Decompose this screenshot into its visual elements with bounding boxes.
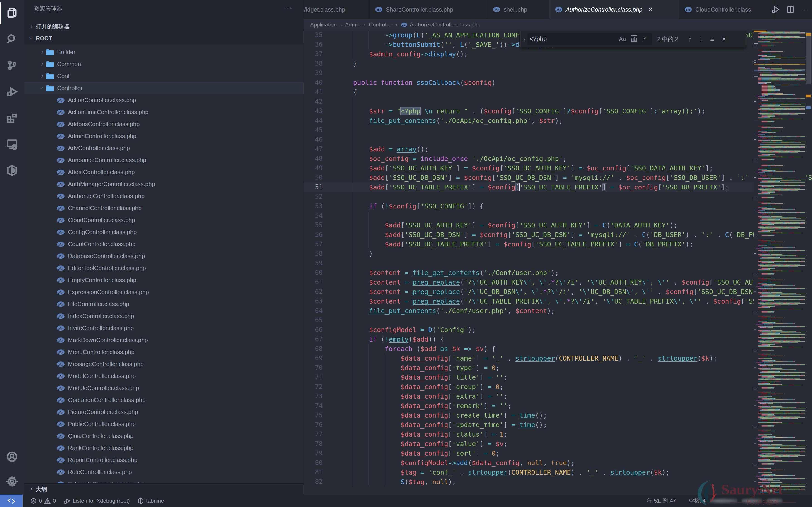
tab-authorizecontroller-class-php[interactable]: phpAuthorizeController.class.php×: [549, 0, 679, 19]
file-row[interactable]: phpAuthManagerController.class.php: [24, 178, 304, 190]
php-icon: php: [57, 121, 65, 127]
file-row[interactable]: phpReportController.class.php: [24, 454, 304, 466]
split-editor-icon[interactable]: [786, 5, 795, 14]
file-row[interactable]: phpEditorToolController.class.php: [24, 262, 304, 274]
svg-text:php: php: [58, 159, 63, 162]
breadcrumb-separator: ›: [340, 21, 342, 28]
scrollbar-slider[interactable]: [806, 32, 811, 84]
php-icon: php: [57, 109, 65, 115]
remote-indicator[interactable]: [0, 495, 23, 507]
whole-word-icon[interactable]: ab: [631, 36, 637, 42]
minimap[interactable]: [754, 30, 805, 495]
file-row[interactable]: phpQiniuController.class.php: [24, 430, 304, 442]
tab-sharecontroller-class-php[interactable]: phpShareController.class.php: [369, 0, 487, 19]
tab-label: shell.php: [504, 6, 527, 13]
root-section[interactable]: › ROOT: [24, 33, 304, 44]
next-match-icon[interactable]: ↓: [699, 35, 703, 43]
match-case-icon[interactable]: Aa: [619, 36, 626, 42]
toggle-replace-icon[interactable]: ›: [523, 36, 525, 43]
file-row[interactable]: phpExpressionController.class.php: [24, 286, 304, 298]
cursor-position[interactable]: 行 51, 列 47: [647, 497, 676, 505]
remote-explorer-icon[interactable]: [0, 132, 24, 156]
open-editors-section[interactable]: › 打开的编辑器: [24, 20, 304, 33]
close-icon[interactable]: ×: [648, 6, 653, 13]
file-row[interactable]: phpChannelController.class.php: [24, 202, 304, 214]
find-widget-sash[interactable]: [520, 31, 521, 47]
file-row[interactable]: phpInviteController.class.php: [24, 322, 304, 334]
tabnine-status[interactable]: tabnine: [138, 498, 164, 504]
file-row[interactable]: phpActionController.class.php: [24, 94, 304, 106]
php-icon: php: [57, 445, 65, 451]
file-label: OperationController.class.php: [68, 397, 146, 404]
php-icon: php: [57, 277, 65, 283]
file-row[interactable]: phpRankController.class.php: [24, 442, 304, 454]
php-icon: php: [555, 7, 563, 12]
breadcrumb-item[interactable]: Application: [310, 21, 337, 28]
run-debug-icon[interactable]: [0, 80, 24, 104]
svg-text:php: php: [58, 447, 63, 450]
explorer-icon[interactable]: [0, 1, 24, 25]
file-row[interactable]: phpDatabaseController.class.php: [24, 250, 304, 262]
tabnine-icon[interactable]: [0, 159, 24, 182]
php-icon: php: [57, 241, 65, 247]
folder-row[interactable]: ›Conf: [24, 70, 304, 82]
sidebar-more-actions-icon[interactable]: ···: [284, 3, 293, 12]
svg-text:php: php: [58, 423, 63, 426]
file-row[interactable]: phpPictureController.class.php: [24, 406, 304, 418]
file-row[interactable]: phpOperationController.class.php: [24, 394, 304, 406]
extensions-icon[interactable]: [0, 106, 24, 130]
breadcrumb-item[interactable]: Controller: [369, 21, 392, 28]
file-row[interactable]: phpCountController.class.php: [24, 238, 304, 250]
folder-row[interactable]: ›Builder: [24, 46, 304, 58]
code-line-69: $data_config['name'] = '_' . strtoupper(…: [337, 353, 717, 363]
file-row[interactable]: phpCloudController.class.php: [24, 214, 304, 226]
svg-text:php: php: [58, 399, 63, 402]
run-or-debug-icon[interactable]: [771, 5, 780, 14]
folder-row-controller[interactable]: ›Controller: [24, 82, 304, 94]
previous-match-icon[interactable]: ↑: [688, 35, 692, 43]
code-line-77: $data_config['status'] = 1;: [337, 430, 507, 439]
breadcrumb-item[interactable]: Admin: [345, 21, 360, 28]
settings-icon[interactable]: [0, 470, 24, 494]
account-icon[interactable]: [0, 445, 24, 469]
file-row[interactable]: phpAttestController.class.php: [24, 166, 304, 178]
find-in-selection-icon[interactable]: ≡: [710, 35, 714, 43]
file-row[interactable]: phpRoleController.class.php: [24, 466, 304, 478]
file-row[interactable]: phpIndexController.class.php: [24, 310, 304, 322]
regex-icon[interactable]: .*: [642, 36, 646, 42]
code-editor[interactable]: 3536373839404142434445464748495051525354…: [304, 30, 812, 495]
more-actions-icon[interactable]: ···: [801, 6, 809, 13]
file-row[interactable]: phpAnnounceController.class.php: [24, 154, 304, 166]
tab-cloudcontroller-class-[interactable]: phpCloudController.class.: [679, 0, 774, 19]
editor-scrollbar[interactable]: [805, 30, 812, 495]
svg-text:php: php: [58, 315, 63, 318]
file-row[interactable]: phpAdminController.class.php: [24, 130, 304, 142]
close-icon[interactable]: ×: [722, 35, 726, 43]
file-row[interactable]: phpModelController.class.php: [24, 370, 304, 382]
code-line-61: $content = preg_replace('/\'UC_AUTH_KEY\…: [337, 278, 757, 287]
file-row[interactable]: phpConfigController.class.php: [24, 226, 304, 238]
file-row[interactable]: phpMenuController.class.php: [24, 346, 304, 358]
indentation-status[interactable]: 空格: 4: [689, 497, 706, 505]
file-row[interactable]: phpAddonsController.class.php: [24, 118, 304, 130]
file-row[interactable]: phpModuleController.class.php: [24, 382, 304, 394]
file-row[interactable]: phpFileController.class.php: [24, 298, 304, 310]
file-row[interactable]: phpPublicController.class.php: [24, 418, 304, 430]
tab-shell-php[interactable]: phpshell.php: [487, 0, 549, 19]
file-row[interactable]: phpMarkDownController.class.php: [24, 334, 304, 346]
breadcrumb-item[interactable]: phpAuthorizeController.class.php: [401, 21, 480, 28]
scrollbar-match-marker: [806, 95, 811, 97]
file-row[interactable]: phpAuthorizeController.class.php: [24, 190, 304, 202]
source-control-icon[interactable]: [0, 53, 24, 77]
tab--idget-class-php[interactable]: /idget.class.php: [304, 0, 369, 19]
outline-section[interactable]: › 大纲: [24, 484, 304, 495]
file-row[interactable]: phpAdvController.class.php: [24, 142, 304, 154]
problems-status[interactable]: 0 0: [30, 498, 56, 504]
folder-row[interactable]: ›Common: [24, 58, 304, 70]
file-row[interactable]: phpMessageController.class.php: [24, 358, 304, 370]
search-icon[interactable]: [0, 27, 24, 51]
file-row[interactable]: phpActionLimitController.class.php: [24, 106, 304, 118]
file-row[interactable]: phpEmptyController.class.php: [24, 274, 304, 286]
debug-status[interactable]: Listen for Xdebug (root): [64, 498, 130, 504]
folder-icon: [46, 73, 54, 80]
